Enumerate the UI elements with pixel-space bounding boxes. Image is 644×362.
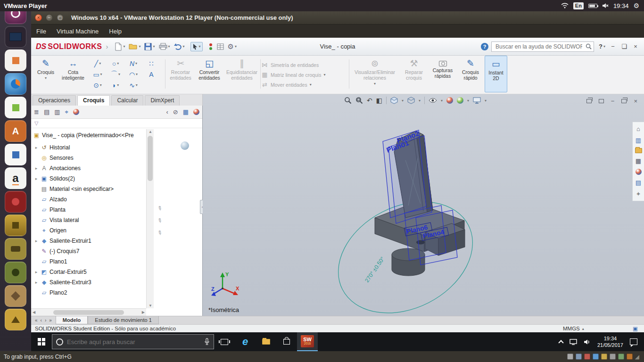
dock-icon-media-app[interactable] xyxy=(5,26,26,48)
text-tool[interactable]: A xyxy=(142,69,160,80)
dock-icon-game-5[interactable] xyxy=(5,309,26,330)
document-minimize-icon[interactable]: − xyxy=(611,98,615,105)
rectangle-tool[interactable]: ▭ xyxy=(89,69,107,80)
apply-scene-icon[interactable] xyxy=(457,97,463,104)
spline-tool[interactable]: N xyxy=(124,58,142,69)
tree-item-croquis7[interactable]: ✎(-) Croquis7 xyxy=(34,246,146,256)
display-tray-icon[interactable] xyxy=(570,339,577,345)
dock-icon-game-4[interactable] xyxy=(5,285,26,307)
tree-item-planta[interactable]: ▱Planta xyxy=(34,205,146,215)
vm-printer-icon[interactable] xyxy=(610,354,616,360)
vmware-maximize-button[interactable]: ▢ xyxy=(57,14,64,21)
app-restore-button[interactable]: ❏ xyxy=(619,43,630,50)
tab-estudio-movimiento[interactable]: Estudio de movimiento 1 xyxy=(88,316,158,324)
fillet-tool[interactable]: ∿ xyxy=(124,80,142,90)
nav-prev-icon[interactable]: ‹ xyxy=(41,318,42,323)
edge-button[interactable]: e xyxy=(235,332,256,351)
zoom-area-icon[interactable] xyxy=(355,97,363,104)
tree-item-material[interactable]: ▤Material <sin especificar> xyxy=(34,184,146,194)
menu-help[interactable]: Help xyxy=(104,25,127,37)
dock-icon-firefox[interactable] xyxy=(5,73,26,95)
view-orientation-icon[interactable] xyxy=(390,97,398,104)
mirror-entities-button[interactable]: ⋈Simetría de entidades xyxy=(261,60,348,70)
move-entities-button[interactable]: ⇄Mover entidades xyxy=(261,80,348,90)
app-minimize-button[interactable]: − xyxy=(607,43,619,50)
tree-item-plano2[interactable]: ▱Plano2 xyxy=(34,288,146,298)
appearance-sphere-icon[interactable] xyxy=(181,141,189,150)
dock-icon-libreoffice-impress[interactable] xyxy=(5,49,26,71)
rebuild-icon[interactable] xyxy=(209,43,212,50)
tray-expand-icon[interactable] xyxy=(558,340,563,345)
design-library-icon[interactable]: ▥ xyxy=(636,137,641,144)
vm-cdrom-icon[interactable] xyxy=(576,354,582,360)
dock-icon-game-3[interactable] xyxy=(5,262,26,283)
task-view-button[interactable] xyxy=(214,332,235,351)
help-search-input[interactable] xyxy=(491,41,594,52)
rapid-snaps-button[interactable]: Capturas rápidas xyxy=(429,56,456,92)
document-maximize-icon[interactable] xyxy=(599,99,604,103)
document-close-icon[interactable]: × xyxy=(634,98,637,105)
resources-icon[interactable]: ✦ xyxy=(636,190,641,197)
scroll-right-icon[interactable]: ▶ xyxy=(142,310,145,314)
undo-button[interactable] xyxy=(174,43,185,50)
vm-sound-icon[interactable] xyxy=(601,354,607,360)
dock-icon-ubuntu-software[interactable] xyxy=(5,120,26,142)
line-tool[interactable]: ╱ xyxy=(89,58,107,69)
select-tool-button[interactable] xyxy=(190,42,203,51)
tree-item-saliente-extruir1[interactable]: ▸◆Saliente-Extruir1 xyxy=(34,236,146,246)
dock-icon-amazon[interactable] xyxy=(5,167,26,189)
microphone-icon[interactable] xyxy=(204,338,210,346)
tree-item-plano1[interactable]: ▱Plano1 xyxy=(34,256,146,267)
view-settings-icon[interactable] xyxy=(473,97,481,104)
scrollbar-thumb[interactable] xyxy=(53,310,124,315)
document-restore-icon[interactable] xyxy=(621,99,627,103)
nav-next-icon[interactable]: › xyxy=(45,318,46,323)
featuremanager-tab-icon[interactable]: ≣ xyxy=(34,108,39,115)
search-icon[interactable] xyxy=(586,43,592,49)
vm-network-icon[interactable] xyxy=(584,354,590,360)
scroll-left-icon[interactable]: ◀ xyxy=(33,310,35,314)
new-document-button[interactable] xyxy=(115,42,125,51)
tab-modelo[interactable]: Modelo xyxy=(56,316,88,324)
tab-operaciones[interactable]: Operaciones xyxy=(33,95,76,106)
appearances-icon[interactable] xyxy=(636,169,642,175)
dock-icon-libreoffice-calc[interactable] xyxy=(5,97,26,118)
tab-calcular[interactable]: Calcular xyxy=(111,95,143,106)
file-explorer-button[interactable] xyxy=(256,332,276,351)
arc-tool[interactable]: ◠ xyxy=(124,69,142,80)
tree-item-alzado[interactable]: ▱Alzado xyxy=(34,194,146,205)
resize-grip-icon[interactable]: ◢ xyxy=(635,354,639,360)
clock[interactable]: 19:34 xyxy=(613,2,629,9)
dock-icon-libreoffice-writer[interactable] xyxy=(5,144,26,165)
scroll-down-icon[interactable]: ▼ xyxy=(149,304,152,308)
repair-sketch-button[interactable]: ⚒ Reparar croquis xyxy=(401,56,427,92)
menu-file[interactable]: File xyxy=(31,25,51,37)
tree-root-item[interactable]: ▣ Vise_ - copia (Predeterminado<<Pre xyxy=(33,130,146,140)
display-style-icon[interactable] xyxy=(407,97,415,104)
tree-item-vista-lateral[interactable]: ▱Vista lateral xyxy=(34,215,146,225)
previous-view-icon[interactable]: ↶ xyxy=(367,97,372,104)
vmware-close-button[interactable]: × xyxy=(35,14,42,21)
circle-tool[interactable]: ○ xyxy=(107,58,124,69)
battery-icon[interactable] xyxy=(588,4,597,8)
panel-collapse-icon[interactable]: ‹ xyxy=(166,108,168,115)
app-close-button[interactable]: × xyxy=(630,43,641,50)
displaymanager-tab-icon[interactable] xyxy=(73,109,79,115)
document-cascade-icon[interactable] xyxy=(586,99,592,103)
linear-pattern-button[interactable]: ▦Matriz lineal de croquis xyxy=(261,70,348,80)
tab-croquis[interactable]: Croquis xyxy=(77,95,110,106)
vm-usb-icon[interactable] xyxy=(593,354,599,360)
open-document-button[interactable] xyxy=(129,43,140,50)
vm-hdd-icon[interactable] xyxy=(567,354,573,360)
keyboard-layout-indicator[interactable]: En xyxy=(573,2,584,9)
smart-dimension-button[interactable]: ↔ Cota inteligente xyxy=(58,56,88,92)
zoom-fit-icon[interactable] xyxy=(344,97,352,104)
sketch-button[interactable]: ✎ Croquis xyxy=(35,56,57,92)
vmware-titlebar[interactable]: × − ▢ Windows 10 x64 - VMware Workstatio… xyxy=(31,11,644,25)
tab-dimxpert[interactable]: DimXpert xyxy=(145,95,180,106)
tree-item-sensores[interactable]: ◎Sensores xyxy=(34,153,146,163)
rapid-sketch-button[interactable]: ✎ Croquis rápido xyxy=(458,56,483,92)
model-view[interactable]: 270° ±0.50° Plano2 Plano1 xyxy=(203,94,644,316)
configurationmanager-tab-icon[interactable]: ▥ xyxy=(54,108,60,115)
trim-entities-button[interactable]: ✂ Recortar entidades xyxy=(167,56,194,92)
